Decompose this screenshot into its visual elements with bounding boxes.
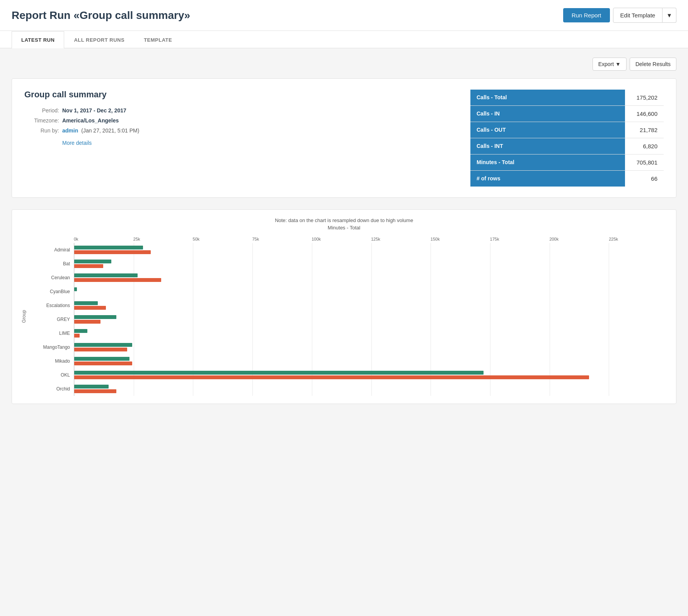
page-container: Report Run «Group call summary» Run Repo… bbox=[0, 0, 688, 616]
x-tick: 200k bbox=[549, 237, 609, 241]
tab-template[interactable]: TEMPLATE bbox=[134, 31, 182, 48]
more-details-link[interactable]: More details bbox=[62, 140, 455, 146]
x-tick: 150k bbox=[431, 237, 490, 241]
bar-green bbox=[74, 260, 111, 263]
y-label: Bat bbox=[27, 257, 74, 271]
bar-group bbox=[74, 340, 668, 354]
chart-note: Note: data on the chart is resampled dow… bbox=[20, 217, 668, 223]
bar-green bbox=[74, 301, 98, 305]
bar-green bbox=[74, 315, 116, 319]
bar-group bbox=[74, 271, 668, 285]
toolbar-row: Export ▼ Delete Results bbox=[12, 58, 676, 71]
meta-row-runby: Run by: admin (Jan 27, 2021, 5:01 PM) bbox=[24, 127, 455, 134]
edit-template-button[interactable]: Edit Template bbox=[613, 8, 663, 23]
stats-label: Calls - OUT bbox=[470, 122, 625, 138]
bar-group bbox=[74, 354, 668, 368]
summary-left: Group call summary Period: Nov 1, 2017 -… bbox=[24, 90, 455, 187]
stats-row: Minutes - Total 705,801 bbox=[470, 154, 664, 171]
stats-row: Calls - OUT 21,782 bbox=[470, 122, 664, 138]
x-tick: 0k bbox=[74, 237, 133, 241]
tabs: LATEST RUN ALL REPORT RUNS TEMPLATE bbox=[12, 31, 676, 48]
stats-row: Calls - IN 146,600 bbox=[470, 106, 664, 122]
stats-value: 66 bbox=[625, 171, 664, 187]
bar-group bbox=[74, 299, 668, 312]
y-label: Orchid bbox=[27, 382, 74, 396]
y-label: Admiral bbox=[27, 243, 74, 257]
bar-group bbox=[74, 312, 668, 326]
bar-green bbox=[74, 343, 132, 347]
stats-value: 21,782 bbox=[625, 122, 664, 138]
y-label: CyanBlue bbox=[27, 285, 74, 299]
stats-label: Minutes - Total bbox=[470, 154, 625, 170]
chart-area: Group 0k25k50k75k100k125k150k175k200k225… bbox=[20, 237, 668, 396]
tab-all-report-runs[interactable]: ALL REPORT RUNS bbox=[64, 31, 134, 48]
x-tick: 175k bbox=[490, 237, 550, 241]
page-header: Report Run «Group call summary» Run Repo… bbox=[0, 0, 688, 31]
bar-green bbox=[74, 273, 138, 277]
run-report-button[interactable]: Run Report bbox=[563, 8, 610, 22]
bar-green bbox=[74, 371, 484, 375]
stats-value: 705,801 bbox=[625, 154, 664, 170]
x-axis: 0k25k50k75k100k125k150k175k200k225k bbox=[74, 237, 668, 241]
bar-red bbox=[74, 306, 106, 310]
bar-green bbox=[74, 357, 129, 361]
bar-red bbox=[74, 320, 100, 324]
meta-row-timezone: Timezone: America/Los_Angeles bbox=[24, 117, 455, 124]
x-tick: 225k bbox=[609, 237, 668, 241]
stats-table: Calls - Total 175,202 Calls - IN 146,600… bbox=[470, 90, 664, 187]
runby-date: (Jan 27, 2021, 5:01 PM) bbox=[81, 127, 139, 134]
bar-group bbox=[74, 285, 668, 299]
stats-row: Calls - INT 6,820 bbox=[470, 138, 664, 154]
y-label: MangoTango bbox=[27, 340, 74, 354]
timezone-value: America/Los_Angeles bbox=[62, 117, 119, 124]
export-label: Export bbox=[598, 61, 614, 67]
bar-red bbox=[74, 361, 132, 365]
stats-value: 146,600 bbox=[625, 106, 664, 122]
x-tick: 125k bbox=[371, 237, 431, 241]
export-chevron-icon: ▼ bbox=[615, 61, 621, 67]
y-label: Cerulean bbox=[27, 271, 74, 285]
bar-red bbox=[74, 250, 151, 254]
stats-label: # of rows bbox=[470, 171, 625, 187]
delete-results-button[interactable]: Delete Results bbox=[630, 58, 676, 71]
edit-template-dropdown-button[interactable]: ▼ bbox=[662, 8, 676, 23]
bar-red bbox=[74, 348, 127, 351]
bar-green bbox=[74, 385, 109, 389]
content-area: Export ▼ Delete Results Group call summa… bbox=[0, 48, 688, 413]
timezone-label: Timezone: bbox=[24, 117, 59, 124]
bar-green bbox=[74, 329, 87, 333]
bar-group bbox=[74, 368, 668, 382]
summary-meta: Period: Nov 1, 2017 - Dec 2, 2017 Timezo… bbox=[24, 107, 455, 134]
bar-red bbox=[74, 389, 116, 393]
bar-group bbox=[74, 326, 668, 340]
export-button[interactable]: Export ▼ bbox=[593, 58, 627, 71]
y-labels: AdmiralBatCeruleanCyanBlueEscalationsGRE… bbox=[27, 243, 74, 396]
stats-value: 6,820 bbox=[625, 138, 664, 154]
bar-group bbox=[74, 257, 668, 271]
stats-label: Calls - INT bbox=[470, 138, 625, 154]
header-actions: Run Report Edit Template ▼ bbox=[563, 8, 676, 23]
y-label: GREY bbox=[27, 312, 74, 326]
y-label: Escalations bbox=[27, 299, 74, 312]
stats-row: Calls - Total 175,202 bbox=[470, 90, 664, 106]
meta-row-period: Period: Nov 1, 2017 - Dec 2, 2017 bbox=[24, 107, 455, 114]
bar-group bbox=[74, 382, 668, 396]
edit-template-group: Edit Template ▼ bbox=[613, 8, 676, 23]
y-label: Mikado bbox=[27, 354, 74, 368]
bar-green bbox=[74, 246, 143, 249]
runby-label: Run by: bbox=[24, 127, 59, 134]
period-label: Period: bbox=[24, 107, 59, 114]
y-label: OKL bbox=[27, 368, 74, 382]
summary-card-title: Group call summary bbox=[24, 90, 455, 100]
bar-green bbox=[74, 287, 77, 291]
bar-red bbox=[74, 334, 80, 338]
chart-body: AdmiralBatCeruleanCyanBlueEscalationsGRE… bbox=[27, 243, 668, 396]
stats-value: 175,202 bbox=[625, 90, 664, 105]
tab-latest-run[interactable]: LATEST RUN bbox=[12, 31, 64, 48]
summary-card: Group call summary Period: Nov 1, 2017 -… bbox=[12, 78, 676, 198]
runby-user-link[interactable]: admin bbox=[62, 127, 78, 134]
bar-red bbox=[74, 264, 103, 268]
stats-row: # of rows 66 bbox=[470, 171, 664, 187]
x-tick: 25k bbox=[133, 237, 193, 241]
chart-main: 0k25k50k75k100k125k150k175k200k225k Admi… bbox=[27, 237, 668, 396]
